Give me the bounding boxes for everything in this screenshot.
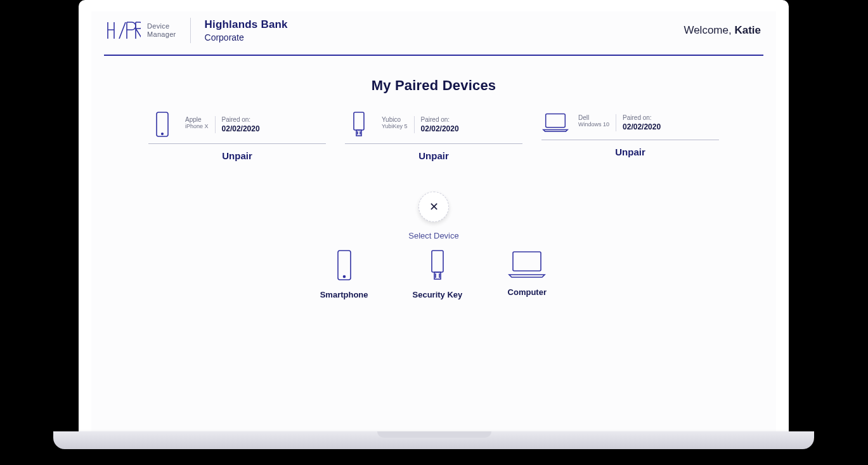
unpair-button[interactable]: Unpair: [541, 147, 719, 157]
paired-date: 02/02/2020: [623, 122, 661, 131]
app-screen: Device Manager Highlands Bank Corporate …: [91, 11, 776, 431]
svg-point-8: [343, 276, 345, 278]
header-rule: [104, 55, 763, 56]
device-brand: Yubico: [382, 116, 408, 123]
laptop-icon: [541, 112, 569, 133]
paired-date: 02/02/2020: [421, 124, 459, 133]
paired-devices-row: Apple iPhone X Paired on: 02/02/2020 Unp…: [91, 112, 776, 161]
svg-rect-13: [513, 252, 541, 271]
svg-rect-2: [354, 112, 364, 130]
paired-label: Paired on:: [421, 116, 459, 123]
device-model: YubiKey 5: [382, 123, 408, 129]
close-selector-button[interactable]: ✕: [418, 192, 449, 222]
option-security-key[interactable]: Security Key: [413, 249, 463, 299]
device-card: Yubico YubiKey 5 Paired on: 02/02/2020 U…: [345, 112, 522, 161]
device-brand: Dell: [578, 114, 609, 121]
laptop-icon: [507, 249, 547, 281]
paired-label: Paired on:: [222, 116, 260, 123]
smartphone-icon: [148, 112, 176, 137]
close-icon: ✕: [429, 200, 439, 214]
welcome-prefix: Welcome,: [683, 24, 734, 36]
option-caption: Computer: [508, 287, 547, 297]
svg-point-1: [162, 133, 164, 135]
device-selector: ✕ Select Device Smartphone Security: [91, 192, 776, 299]
option-caption: Security Key: [413, 290, 463, 299]
product-line2: Manager: [147, 30, 176, 39]
header: Device Manager Highlands Bank Corporate …: [91, 11, 776, 55]
device-model: iPhone X: [185, 123, 209, 129]
security-key-icon: [429, 249, 446, 284]
device-model: Windows 10: [578, 121, 609, 128]
device-card: Apple iPhone X Paired on: 02/02/2020 Unp…: [148, 112, 326, 161]
laptop-frame: Device Manager Highlands Bank Corporate …: [79, 0, 789, 431]
unpair-button[interactable]: Unpair: [345, 150, 522, 161]
device-brand: Apple: [185, 116, 209, 123]
welcome-text: Welcome, Katie: [683, 24, 761, 37]
svg-rect-9: [432, 251, 443, 272]
hypr-logo-icon: [107, 21, 141, 40]
welcome-name: Katie: [734, 24, 761, 36]
page-title: My Paired Devices: [91, 77, 776, 94]
option-caption: Smartphone: [320, 290, 368, 299]
org-name: Highlands Bank: [205, 18, 288, 31]
header-divider: [190, 18, 191, 43]
product-name: Device Manager: [147, 22, 176, 39]
product-line1: Device: [147, 22, 176, 30]
paired-date: 02/02/2020: [222, 124, 260, 133]
smartphone-icon: [335, 249, 354, 284]
option-smartphone[interactable]: Smartphone: [320, 249, 368, 299]
device-card: Dell Windows 10 Paired on: 02/02/2020 Un…: [541, 112, 719, 161]
select-device-label: Select Device: [408, 231, 458, 240]
paired-label: Paired on:: [623, 114, 661, 121]
unpair-button[interactable]: Unpair: [148, 150, 326, 161]
option-computer[interactable]: Computer: [507, 249, 547, 299]
laptop-notch: [377, 431, 491, 438]
logo: Device Manager: [107, 21, 176, 40]
svg-rect-6: [546, 114, 566, 128]
security-key-icon: [345, 112, 373, 137]
org-sub: Corporate: [205, 32, 288, 43]
organization: Highlands Bank Corporate: [205, 18, 288, 43]
